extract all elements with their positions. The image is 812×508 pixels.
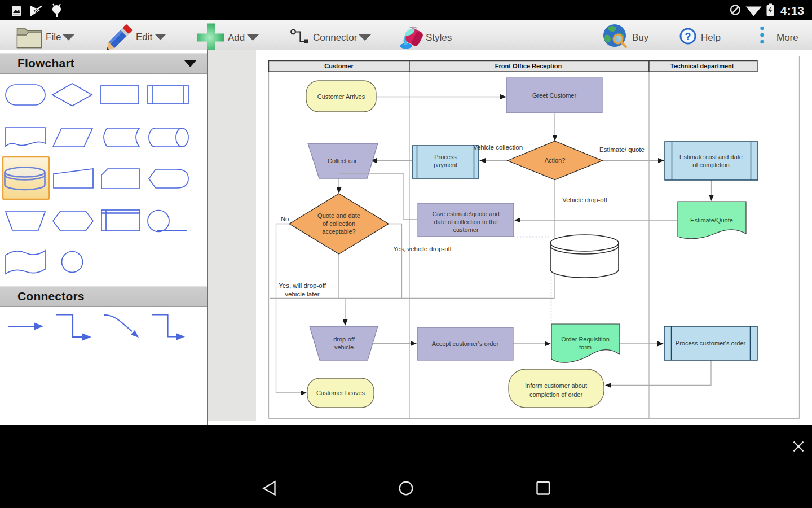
- svg-text:Yes, vehicle drop-off: Yes, vehicle drop-off: [393, 246, 452, 252]
- svg-text:payment: payment: [434, 161, 457, 168]
- svg-text:Buy: Buy: [632, 32, 649, 43]
- svg-text:Action?: Action?: [545, 157, 566, 164]
- svg-text:Greet Customer: Greet Customer: [532, 92, 577, 99]
- svg-text:customer: customer: [453, 226, 479, 233]
- svg-text:?: ?: [685, 31, 691, 42]
- svg-text:Accept customer's order: Accept customer's order: [432, 340, 499, 347]
- svg-text:4:13: 4:13: [780, 4, 804, 17]
- svg-text:Collect car: Collect car: [328, 157, 357, 164]
- svg-text:Estimate/ quote: Estimate/ quote: [599, 146, 645, 153]
- svg-text:Technical department: Technical department: [670, 63, 734, 69]
- svg-text:Estimate cost and date: Estimate cost and date: [679, 154, 743, 160]
- svg-text:Connector: Connector: [313, 32, 358, 43]
- svg-text:Process customer's order: Process customer's order: [676, 340, 746, 347]
- svg-text:Inform customer about: Inform customer about: [525, 382, 587, 389]
- svg-text:Quote and date: Quote and date: [317, 212, 360, 219]
- svg-text:Add: Add: [228, 32, 245, 43]
- svg-text:File: File: [46, 32, 61, 42]
- svg-text:Styles: Styles: [426, 32, 452, 43]
- svg-text:vehicle: vehicle: [334, 344, 354, 351]
- svg-text:Estimate/Quote: Estimate/Quote: [690, 217, 733, 224]
- svg-text:Process: Process: [434, 154, 457, 160]
- svg-text:of collection: of collection: [323, 220, 355, 227]
- svg-text:Customer Arrives: Customer Arrives: [317, 93, 365, 100]
- svg-text:acceptable?: acceptable?: [322, 228, 355, 235]
- svg-text:Yes, will drop-off: Yes, will drop-off: [279, 282, 326, 289]
- svg-text:form: form: [579, 344, 592, 351]
- svg-text:Help: Help: [701, 32, 721, 43]
- svg-text:date of collection to the: date of collection to the: [434, 218, 497, 225]
- svg-text:No: No: [281, 216, 289, 222]
- svg-text:Customer Leaves: Customer Leaves: [316, 389, 365, 396]
- svg-text:Vehicle collection: Vehicle collection: [473, 144, 523, 151]
- svg-text:Customer: Customer: [324, 63, 354, 69]
- svg-text:of completion: of completion: [692, 161, 729, 168]
- svg-text:Vehicle drop-off: Vehicle drop-off: [562, 196, 608, 203]
- svg-text:drop-off: drop-off: [333, 336, 355, 343]
- svg-text:completion of order: completion of order: [529, 391, 582, 398]
- svg-text:Edit: Edit: [136, 32, 153, 42]
- svg-text:Order Requisition: Order Requisition: [561, 336, 610, 343]
- svg-text:vehicle later: vehicle later: [285, 291, 320, 297]
- svg-text:More: More: [776, 32, 798, 43]
- svg-text:Front Office Reception: Front Office Reception: [495, 63, 562, 69]
- svg-text:Give estimate\quote and: Give estimate\quote and: [432, 211, 499, 217]
